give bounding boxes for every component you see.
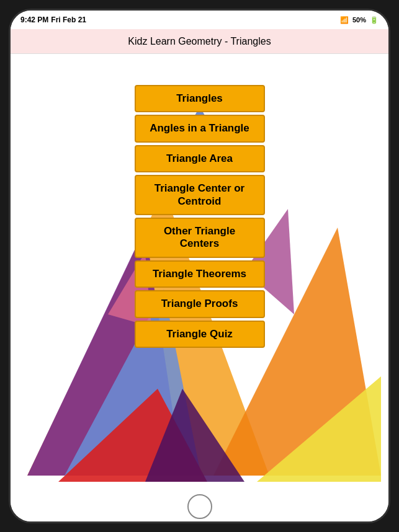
time: 9:42 PM xyxy=(20,16,48,24)
device-frame: 9:42 PM Fri Feb 21 📶 50% 🔋 Kidz Learn Ge… xyxy=(9,9,390,523)
status-left: 9:42 PM Fri Feb 21 xyxy=(20,16,86,24)
battery-level: 50% xyxy=(352,16,366,24)
home-area xyxy=(11,488,388,523)
menu-container: Triangles Angles in a Triangle Triangle … xyxy=(135,85,265,348)
main-content: Triangles Angles in a Triangle Triangle … xyxy=(11,54,388,488)
status-bar: 9:42 PM Fri Feb 21 📶 50% 🔋 xyxy=(11,11,388,29)
wifi-icon: 📶 xyxy=(340,16,349,24)
btn-area[interactable]: Triangle Area xyxy=(135,145,265,172)
btn-angles[interactable]: Angles in a Triangle xyxy=(135,115,265,142)
btn-theorems[interactable]: Triangle Theorems xyxy=(135,260,265,288)
battery-icon: 🔋 xyxy=(370,16,379,24)
btn-triangles[interactable]: Triangles xyxy=(135,85,265,112)
btn-centroid[interactable]: Triangle Center or Centroid xyxy=(135,175,265,215)
page-title: Kidz Learn Geometry - Triangles xyxy=(128,36,271,47)
status-right: 📶 50% 🔋 xyxy=(340,16,379,24)
date: Fri Feb 21 xyxy=(51,16,86,24)
btn-quiz[interactable]: Triangle Quiz xyxy=(135,321,265,348)
btn-proofs[interactable]: Triangle Proofs xyxy=(135,290,265,317)
btn-other-centers[interactable]: Other Triangle Centers xyxy=(135,218,265,258)
home-button[interactable] xyxy=(187,494,212,519)
title-bar: Kidz Learn Geometry - Triangles xyxy=(11,29,388,54)
